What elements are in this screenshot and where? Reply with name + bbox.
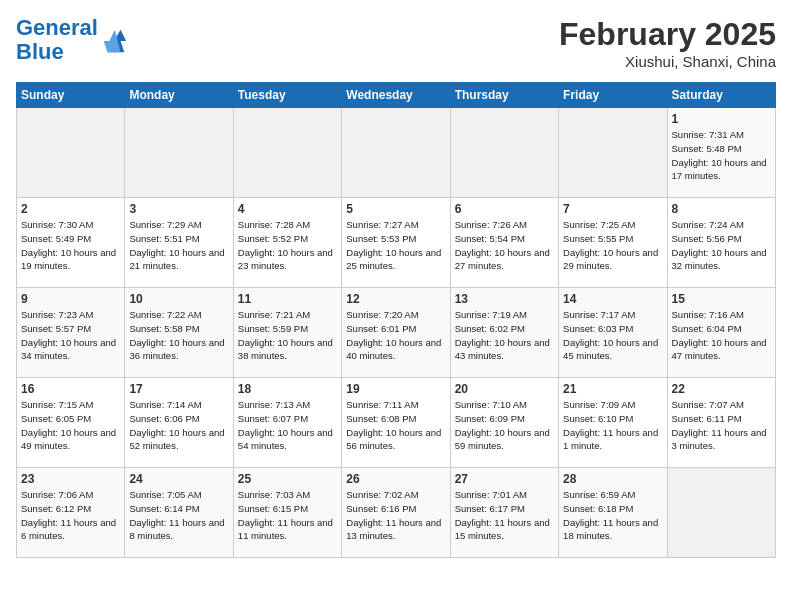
day-info: Sunrise: 6:59 AM Sunset: 6:18 PM Dayligh…	[563, 488, 662, 543]
day-number: 21	[563, 382, 662, 396]
day-number: 2	[21, 202, 120, 216]
day-info: Sunrise: 7:11 AM Sunset: 6:08 PM Dayligh…	[346, 398, 445, 453]
calendar-cell: 2Sunrise: 7:30 AM Sunset: 5:49 PM Daylig…	[17, 198, 125, 288]
day-info: Sunrise: 7:14 AM Sunset: 6:06 PM Dayligh…	[129, 398, 228, 453]
day-info: Sunrise: 7:10 AM Sunset: 6:09 PM Dayligh…	[455, 398, 554, 453]
day-number: 4	[238, 202, 337, 216]
calendar-cell	[342, 108, 450, 198]
calendar-cell: 6Sunrise: 7:26 AM Sunset: 5:54 PM Daylig…	[450, 198, 558, 288]
day-number: 22	[672, 382, 771, 396]
day-number: 14	[563, 292, 662, 306]
calendar-title: February 2025	[559, 16, 776, 53]
page-header: General Blue February 2025 Xiushui, Shan…	[16, 16, 776, 70]
day-number: 23	[21, 472, 120, 486]
day-number: 7	[563, 202, 662, 216]
day-number: 17	[129, 382, 228, 396]
day-info: Sunrise: 7:29 AM Sunset: 5:51 PM Dayligh…	[129, 218, 228, 273]
weekday-header-saturday: Saturday	[667, 83, 775, 108]
day-number: 1	[672, 112, 771, 126]
calendar-cell: 1Sunrise: 7:31 AM Sunset: 5:48 PM Daylig…	[667, 108, 775, 198]
day-info: Sunrise: 7:30 AM Sunset: 5:49 PM Dayligh…	[21, 218, 120, 273]
calendar-cell: 20Sunrise: 7:10 AM Sunset: 6:09 PM Dayli…	[450, 378, 558, 468]
day-info: Sunrise: 7:17 AM Sunset: 6:03 PM Dayligh…	[563, 308, 662, 363]
logo: General Blue	[16, 16, 128, 64]
day-number: 8	[672, 202, 771, 216]
calendar-cell: 27Sunrise: 7:01 AM Sunset: 6:17 PM Dayli…	[450, 468, 558, 558]
day-info: Sunrise: 7:31 AM Sunset: 5:48 PM Dayligh…	[672, 128, 771, 183]
calendar-cell: 3Sunrise: 7:29 AM Sunset: 5:51 PM Daylig…	[125, 198, 233, 288]
day-info: Sunrise: 7:26 AM Sunset: 5:54 PM Dayligh…	[455, 218, 554, 273]
calendar-cell: 9Sunrise: 7:23 AM Sunset: 5:57 PM Daylig…	[17, 288, 125, 378]
day-info: Sunrise: 7:09 AM Sunset: 6:10 PM Dayligh…	[563, 398, 662, 453]
calendar-cell: 26Sunrise: 7:02 AM Sunset: 6:16 PM Dayli…	[342, 468, 450, 558]
day-number: 27	[455, 472, 554, 486]
day-number: 3	[129, 202, 228, 216]
day-number: 28	[563, 472, 662, 486]
calendar-cell: 28Sunrise: 6:59 AM Sunset: 6:18 PM Dayli…	[559, 468, 667, 558]
day-number: 26	[346, 472, 445, 486]
day-info: Sunrise: 7:01 AM Sunset: 6:17 PM Dayligh…	[455, 488, 554, 543]
day-info: Sunrise: 7:20 AM Sunset: 6:01 PM Dayligh…	[346, 308, 445, 363]
day-number: 12	[346, 292, 445, 306]
calendar-cell: 24Sunrise: 7:05 AM Sunset: 6:14 PM Dayli…	[125, 468, 233, 558]
weekday-header-friday: Friday	[559, 83, 667, 108]
day-info: Sunrise: 7:19 AM Sunset: 6:02 PM Dayligh…	[455, 308, 554, 363]
calendar-cell: 16Sunrise: 7:15 AM Sunset: 6:05 PM Dayli…	[17, 378, 125, 468]
weekday-header-tuesday: Tuesday	[233, 83, 341, 108]
weekday-header-sunday: Sunday	[17, 83, 125, 108]
calendar-cell	[17, 108, 125, 198]
calendar-cell: 25Sunrise: 7:03 AM Sunset: 6:15 PM Dayli…	[233, 468, 341, 558]
day-info: Sunrise: 7:22 AM Sunset: 5:58 PM Dayligh…	[129, 308, 228, 363]
calendar-cell	[125, 108, 233, 198]
calendar-cell: 5Sunrise: 7:27 AM Sunset: 5:53 PM Daylig…	[342, 198, 450, 288]
day-number: 10	[129, 292, 228, 306]
day-number: 19	[346, 382, 445, 396]
day-number: 13	[455, 292, 554, 306]
day-info: Sunrise: 7:24 AM Sunset: 5:56 PM Dayligh…	[672, 218, 771, 273]
logo-blue: Blue	[16, 39, 64, 64]
calendar-cell: 11Sunrise: 7:21 AM Sunset: 5:59 PM Dayli…	[233, 288, 341, 378]
calendar-cell	[233, 108, 341, 198]
day-info: Sunrise: 7:23 AM Sunset: 5:57 PM Dayligh…	[21, 308, 120, 363]
day-info: Sunrise: 7:25 AM Sunset: 5:55 PM Dayligh…	[563, 218, 662, 273]
calendar-table: SundayMondayTuesdayWednesdayThursdayFrid…	[16, 82, 776, 558]
day-info: Sunrise: 7:27 AM Sunset: 5:53 PM Dayligh…	[346, 218, 445, 273]
day-number: 9	[21, 292, 120, 306]
weekday-header-thursday: Thursday	[450, 83, 558, 108]
day-number: 16	[21, 382, 120, 396]
calendar-cell: 13Sunrise: 7:19 AM Sunset: 6:02 PM Dayli…	[450, 288, 558, 378]
day-info: Sunrise: 7:05 AM Sunset: 6:14 PM Dayligh…	[129, 488, 228, 543]
calendar-cell: 4Sunrise: 7:28 AM Sunset: 5:52 PM Daylig…	[233, 198, 341, 288]
day-number: 18	[238, 382, 337, 396]
logo-general: General	[16, 15, 98, 40]
calendar-cell: 10Sunrise: 7:22 AM Sunset: 5:58 PM Dayli…	[125, 288, 233, 378]
calendar-cell: 17Sunrise: 7:14 AM Sunset: 6:06 PM Dayli…	[125, 378, 233, 468]
calendar-cell: 12Sunrise: 7:20 AM Sunset: 6:01 PM Dayli…	[342, 288, 450, 378]
calendar-cell	[667, 468, 775, 558]
weekday-header-wednesday: Wednesday	[342, 83, 450, 108]
calendar-cell: 21Sunrise: 7:09 AM Sunset: 6:10 PM Dayli…	[559, 378, 667, 468]
day-number: 15	[672, 292, 771, 306]
day-info: Sunrise: 7:15 AM Sunset: 6:05 PM Dayligh…	[21, 398, 120, 453]
day-info: Sunrise: 7:21 AM Sunset: 5:59 PM Dayligh…	[238, 308, 337, 363]
calendar-cell: 19Sunrise: 7:11 AM Sunset: 6:08 PM Dayli…	[342, 378, 450, 468]
weekday-header-monday: Monday	[125, 83, 233, 108]
day-number: 20	[455, 382, 554, 396]
day-info: Sunrise: 7:07 AM Sunset: 6:11 PM Dayligh…	[672, 398, 771, 453]
calendar-cell: 7Sunrise: 7:25 AM Sunset: 5:55 PM Daylig…	[559, 198, 667, 288]
day-number: 11	[238, 292, 337, 306]
calendar-subtitle: Xiushui, Shanxi, China	[559, 53, 776, 70]
day-number: 5	[346, 202, 445, 216]
calendar-cell: 18Sunrise: 7:13 AM Sunset: 6:07 PM Dayli…	[233, 378, 341, 468]
day-info: Sunrise: 7:02 AM Sunset: 6:16 PM Dayligh…	[346, 488, 445, 543]
day-info: Sunrise: 7:06 AM Sunset: 6:12 PM Dayligh…	[21, 488, 120, 543]
day-number: 25	[238, 472, 337, 486]
logo-icon	[100, 26, 128, 54]
calendar-cell: 14Sunrise: 7:17 AM Sunset: 6:03 PM Dayli…	[559, 288, 667, 378]
calendar-cell	[450, 108, 558, 198]
day-info: Sunrise: 7:28 AM Sunset: 5:52 PM Dayligh…	[238, 218, 337, 273]
calendar-cell: 22Sunrise: 7:07 AM Sunset: 6:11 PM Dayli…	[667, 378, 775, 468]
title-block: February 2025 Xiushui, Shanxi, China	[559, 16, 776, 70]
calendar-cell: 15Sunrise: 7:16 AM Sunset: 6:04 PM Dayli…	[667, 288, 775, 378]
calendar-cell	[559, 108, 667, 198]
